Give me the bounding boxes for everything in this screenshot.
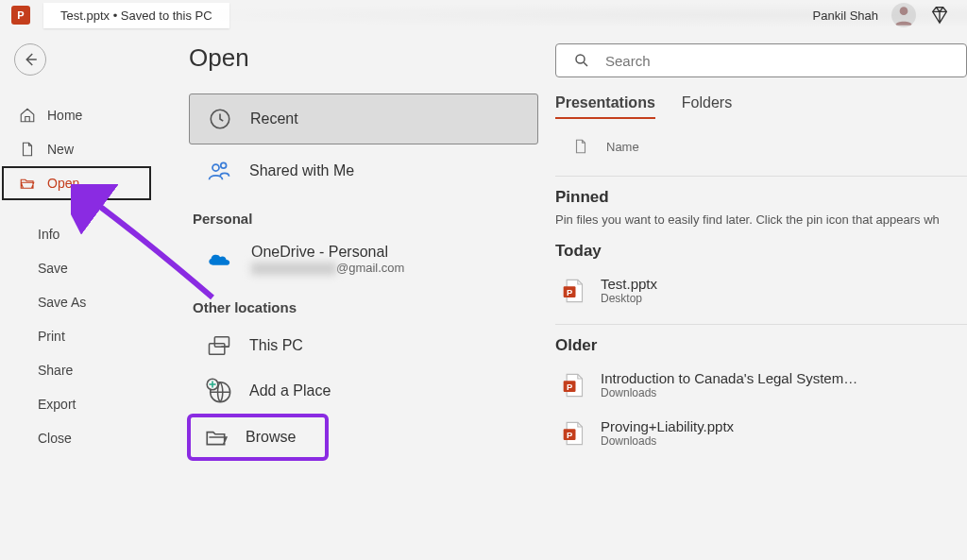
- search-icon: [573, 52, 590, 69]
- file-location: Downloads: [601, 386, 857, 399]
- search-box[interactable]: [555, 43, 967, 77]
- location-onedrive[interactable]: OneDrive - Personal @gmail.com: [189, 234, 538, 284]
- svg-point-8: [576, 55, 585, 63]
- nav-save-as[interactable]: Save As: [0, 285, 159, 319]
- powerpoint-app-icon: P: [11, 6, 30, 25]
- location-browse[interactable]: Browse: [187, 414, 329, 461]
- nav-home[interactable]: Home: [0, 98, 159, 132]
- nav-close[interactable]: Close: [0, 421, 159, 455]
- file-row[interactable]: P Test.pptx Desktop: [555, 266, 967, 314]
- section-personal: Personal: [193, 211, 538, 227]
- nav-export[interactable]: Export: [0, 387, 159, 421]
- file-header-icon: [572, 138, 589, 155]
- user-name: Pankil Shah: [813, 8, 878, 23]
- shared-people-icon: [206, 158, 232, 184]
- file-name: Introduction to Canada's Legal System…: [601, 370, 857, 386]
- separator: [555, 324, 967, 325]
- onedrive-label: OneDrive - Personal: [251, 244, 404, 261]
- file-location: Downloads: [601, 434, 734, 448]
- location-this-pc[interactable]: This PC: [189, 323, 538, 368]
- onedrive-cloud-icon: [206, 250, 234, 269]
- folder-open-icon: [19, 175, 36, 192]
- pptx-file-icon: P: [559, 420, 585, 447]
- backstage-sidebar: Home New Open Info Save Save As Print Sh…: [0, 30, 159, 560]
- search-input[interactable]: [605, 53, 949, 69]
- browse-folder-icon: [204, 425, 229, 450]
- svg-rect-5: [214, 337, 229, 348]
- svg-point-3: [221, 162, 227, 168]
- location-recent[interactable]: Recent: [189, 93, 538, 144]
- pinned-hint: Pin files you want to easily find later.…: [555, 212, 967, 227]
- svg-rect-4: [210, 344, 225, 355]
- column-name-label: Name: [606, 140, 639, 154]
- nav-new[interactable]: New: [0, 132, 159, 166]
- onedrive-email: @gmail.com: [251, 261, 404, 275]
- section-other-locations: Other locations: [193, 299, 538, 315]
- file-name: Test.pptx: [601, 276, 657, 292]
- file-name: Proving+Liability.pptx: [601, 418, 734, 434]
- window-title: Test.pptx • Saved to this PC: [43, 3, 229, 28]
- file-row[interactable]: P Proving+Liability.pptx Downloads: [555, 409, 967, 457]
- file-location: Desktop: [601, 292, 657, 305]
- location-add-place[interactable]: Add a Place: [189, 368, 538, 414]
- nav-open-label: Open: [47, 176, 79, 191]
- nav-open[interactable]: Open: [2, 166, 151, 200]
- tab-presentations[interactable]: Presentations: [555, 94, 655, 119]
- back-arrow-icon: [22, 51, 39, 68]
- section-today: Today: [555, 242, 967, 261]
- column-header[interactable]: Name: [555, 130, 967, 166]
- browse-label: Browse: [246, 429, 296, 446]
- svg-text:P: P: [567, 382, 572, 391]
- nav-home-label: Home: [47, 108, 82, 123]
- nav-info[interactable]: Info: [0, 217, 159, 251]
- add-place-globe-icon: [206, 378, 232, 404]
- section-pinned: Pinned: [555, 188, 967, 207]
- location-recent-label: Recent: [250, 110, 298, 127]
- this-pc-label: This PC: [249, 337, 303, 354]
- page-title: Open: [189, 43, 538, 73]
- tab-folders[interactable]: Folders: [682, 94, 732, 119]
- nav-save[interactable]: Save: [0, 251, 159, 285]
- nav-new-label: New: [47, 142, 74, 157]
- avatar-icon: [891, 3, 916, 27]
- pptx-file-icon: P: [559, 278, 585, 304]
- separator: [555, 176, 967, 177]
- section-older: Older: [555, 336, 967, 355]
- back-button[interactable]: [14, 43, 46, 76]
- add-place-label: Add a Place: [249, 382, 331, 399]
- nav-print[interactable]: Print: [0, 319, 159, 353]
- svg-point-2: [212, 164, 219, 171]
- location-shared[interactable]: Shared with Me: [189, 146, 538, 195]
- home-icon: [19, 107, 36, 124]
- premium-diamond-icon[interactable]: [929, 5, 950, 25]
- document-icon: [19, 141, 36, 158]
- file-row[interactable]: P Introduction to Canada's Legal System……: [555, 361, 967, 409]
- svg-text:P: P: [567, 430, 572, 439]
- svg-text:P: P: [567, 287, 572, 297]
- svg-point-0: [900, 7, 908, 15]
- nav-share[interactable]: Share: [0, 353, 159, 387]
- location-shared-label: Shared with Me: [249, 162, 354, 179]
- recent-clock-icon: [207, 106, 233, 132]
- pptx-file-icon: P: [559, 372, 585, 399]
- user-avatar[interactable]: [891, 3, 916, 27]
- this-pc-icon: [206, 332, 232, 359]
